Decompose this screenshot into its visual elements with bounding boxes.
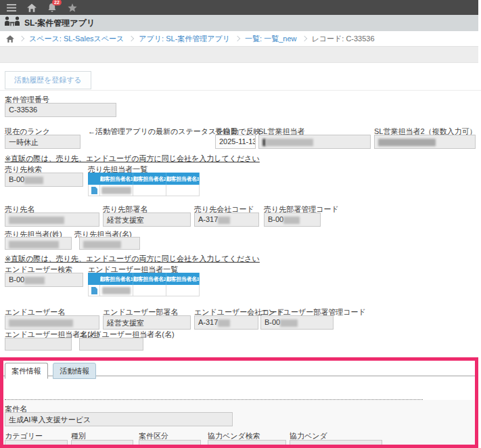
redacted-value [24,277,45,284]
seller-name-field[interactable] [5,212,99,227]
redacted-value [101,187,131,194]
table-row [88,185,200,196]
seller-dept-field[interactable]: 経営支援室 [103,212,191,227]
case-number-field[interactable]: C-33536 [5,103,116,117]
record-form: 案件管理番号 C-33536 現在のランク 一時休止 ←活動管理アプリの最新のス… [0,90,481,357]
header-icon-cell [88,273,100,285]
redacted-value [102,287,131,294]
breadcrumb-separator [301,35,306,41]
menu-icon[interactable] [6,2,17,13]
breadcrumb-separator [19,35,24,41]
seller-rep-first-field[interactable] [79,237,140,250]
enduser-rep-last-field[interactable] [5,338,72,351]
breadcrumb-space-link[interactable]: スペース: SL-Salesスペース [29,34,124,44]
column-header: 顧客担当者名1 [100,173,133,185]
breadcrumb-home-icon[interactable] [6,35,14,43]
breadcrumb-app-link[interactable]: アプリ: SL-案件管理アプリ [139,34,230,44]
bell-icon[interactable]: 22 [47,2,58,13]
header-icon-cell [88,173,100,185]
enduser-rep-first-field[interactable] [79,338,143,351]
direct-sales-note: ※直販の際は、売り先、エンドユーザの両方に同じ会社を入力してください [5,154,260,164]
enduser-contacts-table: 顧客担当者名1 顧客担当者名2 顧客担当者名3 [88,273,200,296]
redacted-value [218,319,230,327]
case-class-field[interactable] [139,440,201,448]
app-header: SL-案件管理アプリ [0,15,478,31]
sl-rep-field[interactable] [258,135,371,149]
table-cell [100,285,133,296]
breadcrumb-view-link[interactable]: 一覧: 一覧_new [245,34,296,44]
people-meeting-icon [4,16,20,30]
direct-sales-note: ※直販の際は、売り先、エンドユーザの両方に同じ会社を入力してください [5,254,260,264]
record-toolbar-band [0,46,478,63]
seller-search-field[interactable]: B-00 [5,173,83,187]
vendor-field[interactable] [290,440,382,448]
seller-contacts-table: 顧客担当者名1 顧客担当者名2 顧客担当者名3 [88,173,200,196]
enduser-name-field[interactable] [5,315,99,330]
table-header-row: 顧客担当者名1 顧客担当者名2 顧客担当者名3 [88,173,200,185]
table-cell [100,185,133,196]
breadcrumb-separator [129,35,134,41]
table-cell [133,285,166,296]
redacted-value [9,241,59,248]
case-name-field[interactable]: 生成AI導入支援サービス [5,412,233,426]
current-rank-field[interactable]: 一時休止 [5,135,81,149]
star-icon[interactable] [67,2,78,13]
redacted-value [378,139,436,146]
enduser-dept-code-field[interactable]: B-00 [260,315,334,330]
redacted-value [283,217,300,224]
record-document-icon[interactable] [88,185,100,196]
app-title: SL-案件管理アプリ [24,18,95,29]
tab-case-info[interactable]: 案件情報 [5,363,48,379]
enduser-company-code-field[interactable]: A-317 [194,315,258,330]
record-detail-page: 22 SL-案件管理アプリ スペース: SL-Salesスペース アプリ: SL… [0,0,481,448]
column-header: 顧客担当者名3 [166,173,200,185]
vendor-search-field[interactable] [208,440,286,448]
seller-dept-code-field[interactable]: B-00 [264,212,321,227]
breadcrumb-record-current: レコード: C-33536 [312,34,375,44]
record-document-icon[interactable] [88,285,100,296]
redacted-value [9,319,73,327]
table-row [88,285,200,296]
breadcrumb-separator [235,35,240,41]
table-cell [166,285,200,296]
table-cell [133,185,166,196]
seller-rep-last-field[interactable] [5,237,72,250]
column-header: 顧客担当者名1 [100,273,133,285]
redacted-value [83,241,121,248]
notification-badge: 22 [52,0,62,5]
column-header: 顧客担当者名2 [133,273,166,285]
redacted-value [266,139,313,146]
category-field[interactable] [5,440,68,448]
enduser-dept-field[interactable]: 経営支援室 [103,315,191,330]
enduser-search-field[interactable]: B-00 [5,273,83,287]
table-cell [166,185,200,196]
redacted-value [24,177,43,184]
sl-rep2-field[interactable] [374,135,476,149]
column-header: 顧客担当者名3 [166,273,200,285]
redacted-value [218,217,230,224]
registration-date-field[interactable]: 2025-11-13 [215,135,256,149]
seller-company-code-field[interactable]: A-317 [194,212,259,227]
home-icon[interactable] [26,2,37,13]
global-topbar: 22 [0,0,478,15]
type-field[interactable] [71,440,133,448]
breadcrumb: スペース: SL-Salesスペース アプリ: SL-案件管理アプリ 一覧: 一… [0,31,478,46]
tab-strip: 案件情報 活動情報 [3,361,475,376]
highlighted-tab-section: 案件情報 活動情報 案件名 生成AI導入支援サービス カテゴリー 種別 案件区分… [0,357,478,448]
register-activity-button[interactable]: 活動履歴を登録する [5,71,91,89]
tab-activity-info[interactable]: 活動情報 [53,363,96,379]
redacted-value [280,319,298,327]
dotted-divider [5,399,423,400]
redacted-value [9,217,64,224]
table-header-row: 顧客担当者名1 顧客担当者名2 顧客担当者名3 [88,273,200,285]
column-header: 顧客担当者名2 [133,173,166,185]
